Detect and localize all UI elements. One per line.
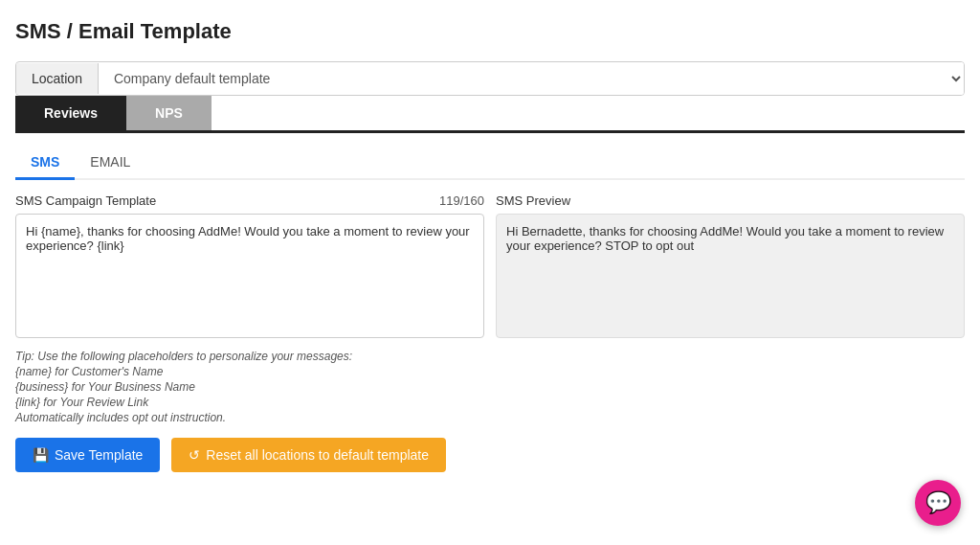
preview-label: SMS Preview <box>496 193 570 208</box>
tip-line-5: Automatically includes opt out instructi… <box>15 411 965 424</box>
tab-sms[interactable]: SMS <box>15 147 75 180</box>
char-count: 119/160 <box>439 193 484 208</box>
save-icon: 💾 <box>33 447 49 463</box>
page-title: SMS / Email Template <box>15 19 965 44</box>
reset-template-label: Reset all locations to default template <box>206 447 429 463</box>
preview-column: SMS Preview Hi Bernadette, thanks for ch… <box>496 193 965 338</box>
main-tabs: Reviews NPS <box>15 96 965 133</box>
tip-line-2: {name} for Customer's Name <box>15 365 965 378</box>
preview-column-header: SMS Preview <box>496 193 965 208</box>
save-template-button[interactable]: 💾 Save Template <box>15 438 160 472</box>
tab-reviews[interactable]: Reviews <box>15 96 126 130</box>
template-preview-columns: SMS Campaign Template 119/160 Hi {name},… <box>15 193 965 338</box>
tip-line-1: Tip: Use the following placeholders to p… <box>15 350 965 363</box>
tab-email[interactable]: EMAIL <box>75 147 145 180</box>
tips-section: Tip: Use the following placeholders to p… <box>15 350 965 424</box>
page-container: SMS / Email Template Location Company de… <box>0 0 980 501</box>
template-label: SMS Campaign Template <box>15 193 156 208</box>
sub-tabs: SMS EMAIL <box>15 147 965 180</box>
tab-nps[interactable]: NPS <box>126 96 212 130</box>
reset-icon: ↺ <box>189 447 200 463</box>
sms-preview-box: Hi Bernadette, thanks for choosing AddMe… <box>496 214 965 338</box>
content-area: SMS Campaign Template 119/160 Hi {name},… <box>15 193 965 482</box>
save-template-label: Save Template <box>55 447 143 463</box>
chat-bubble[interactable]: 💬 <box>915 480 961 526</box>
buttons-row: 💾 Save Template ↺ Reset all locations to… <box>15 438 965 472</box>
location-row: Location Company default template <box>15 61 965 96</box>
reset-template-button[interactable]: ↺ Reset all locations to default templat… <box>171 438 446 472</box>
sms-template-textarea[interactable]: Hi {name}, thanks for choosing AddMe! Wo… <box>15 214 484 338</box>
template-column: SMS Campaign Template 119/160 Hi {name},… <box>15 193 484 338</box>
chat-icon: 💬 <box>925 490 951 515</box>
location-select[interactable]: Company default template <box>99 62 964 95</box>
tip-line-3: {business} for Your Business Name <box>15 380 965 394</box>
template-column-header: SMS Campaign Template 119/160 <box>15 193 484 208</box>
tip-line-4: {link} for Your Review Link <box>15 396 965 409</box>
location-label: Location <box>16 63 99 94</box>
